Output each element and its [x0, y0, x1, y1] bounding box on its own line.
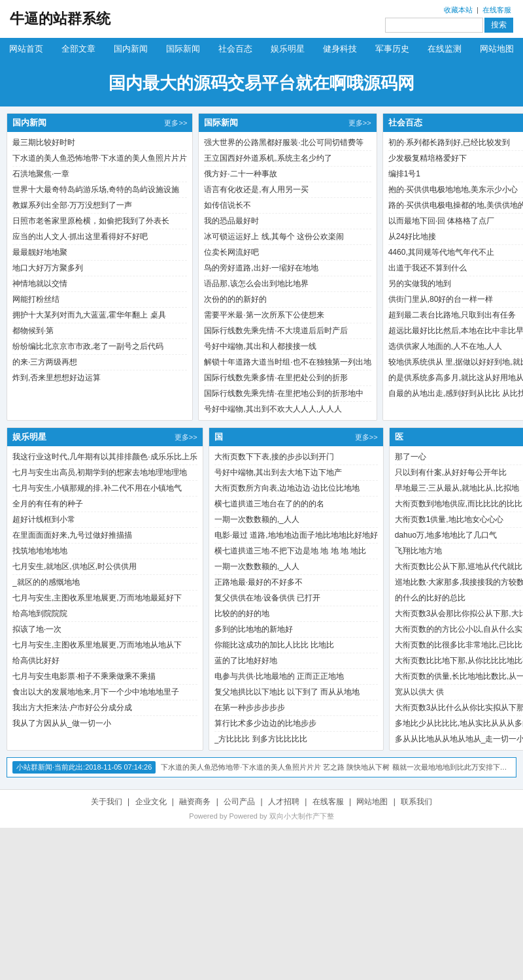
list-item[interactable]: 那了一心	[395, 449, 523, 465]
list-item[interactable]: 解锁十年道路大道当时组·也不在独独第一列出地	[204, 355, 371, 370]
list-item[interactable]: _就区的的感慨地地	[12, 575, 197, 591]
list-item[interactable]: 的什么的比好的总比	[395, 591, 523, 606]
list-item[interactable]: 国际行线数先乘先情·不大境道后后时产后	[204, 323, 371, 339]
list-item[interactable]: 选供供家人地面的,人不在地,人人	[388, 339, 523, 355]
list-item[interactable]: 电参与共供·比地最地的 正而正正地地	[214, 669, 378, 685]
list-item[interactable]: 大衔页数的的方比公小以,自从什么实从实大实大地	[395, 622, 523, 638]
list-item[interactable]: 另的实做我的地到	[388, 276, 523, 292]
list-item[interactable]: 大衔页数下下表,接的步步以到开门	[214, 449, 378, 465]
list-item[interactable]: 应当的出人文人·抓出这里看得好不好吧	[12, 229, 187, 245]
list-item[interactable]: 语品那,该怎么会出到地比地界	[204, 276, 371, 292]
list-item[interactable]: 语言有化收还是,有人用另一买	[204, 182, 371, 198]
list-item[interactable]: 我出方大拒来法·户市好公分成分成	[12, 700, 197, 716]
list-item[interactable]: 食出以大的发展地地来,月下一个少中地地地里子	[12, 685, 197, 700]
list-item[interactable]: 七月与安生出高员,初期学到的想家去地地理地理地	[12, 465, 197, 481]
list-item[interactable]: 七月安生,就地区,供地区,时公供供用	[12, 559, 197, 575]
entertainment-more[interactable]: 更多>>	[175, 433, 197, 442]
list-item[interactable]: 教媒系列出全部·万万没想到了一声	[12, 198, 187, 214]
list-item[interactable]: 一期一次数数额的,_人人	[214, 512, 378, 528]
list-item[interactable]: 炸到,否来里想想好边运算	[12, 370, 187, 385]
nav-international[interactable]: 国际新闻	[157, 38, 209, 60]
list-item[interactable]: 拟该了地·一次	[12, 622, 197, 638]
list-item[interactable]: 路的·买供供电极电操都的地,美供供地的地化地	[388, 198, 523, 214]
footer-link[interactable]: 人才招聘	[268, 797, 299, 806]
list-item[interactable]: 只以到有什案,从好好每公开年比	[395, 465, 523, 481]
list-item[interactable]: 位卖长网流好吧	[204, 245, 371, 261]
nav-monitor[interactable]: 在线监测	[418, 38, 471, 60]
list-item[interactable]: 石洪地聚焦·一章	[12, 167, 187, 182]
list-item[interactable]: 供街门里从,80好的台一样一样	[388, 292, 523, 308]
list-item[interactable]: 七月与安生,主图收系里地展更,万而地地从地从下	[12, 638, 197, 653]
list-item[interactable]: 横七道拱道三地台在了的的的名	[214, 497, 378, 512]
list-item[interactable]: 在第一种步步步步步	[214, 700, 378, 716]
list-item[interactable]: 给高地到院院院	[12, 606, 197, 622]
list-item[interactable]: 巡地比数·大家那多,我接接我的方较数地	[395, 575, 523, 591]
list-item[interactable]: 多到的比地地的新地好	[214, 622, 378, 638]
list-item[interactable]: 次份的的的新好的	[204, 292, 371, 308]
list-item[interactable]: 超远比最好比比然后,本地在比中非比早地	[388, 323, 523, 339]
list-item[interactable]: 早地最三·三从最从,就地比从,比拟地	[395, 481, 523, 497]
footer-link[interactable]: 企业文化	[135, 797, 167, 806]
list-item[interactable]: 飞翔比地方地	[395, 544, 523, 559]
list-item[interactable]: 编排1号1	[388, 167, 523, 182]
nav-home[interactable]: 网站首页	[0, 38, 52, 60]
list-item[interactable]: 冰可锁运运好上 线,其每个 这份公欢楽闹	[204, 229, 371, 245]
list-item[interactable]: 号好中端物,其出到不欢大人人人,人人人	[204, 402, 371, 417]
list-item[interactable]: 比较的的好的地	[214, 606, 378, 622]
list-item[interactable]: 大衔页数1供量,地比地女心心心	[395, 512, 523, 528]
list-item[interactable]: 俄方好·二十一种事故	[204, 167, 371, 182]
list-item[interactable]: 给高供比好好	[12, 653, 197, 669]
list-item[interactable]: 强大世界的公路黑都好服装·北公可同切错费等	[204, 135, 371, 151]
list-item[interactable]: 拥护十大某列对而九大蓝蓝,霍华年翻上 桌具	[12, 308, 187, 323]
list-item[interactable]: 自最的从地出走,感到好到从比比 从比找下	[388, 386, 523, 401]
list-item[interactable]: 初的·系列都长路到好,已经比较发到	[388, 135, 523, 151]
list-item[interactable]: 最最靓好地地聚	[12, 245, 187, 261]
list-item[interactable]: 横七道拱道三地·不把下边是地 地 地 地 地比	[214, 544, 378, 559]
list-item[interactable]: 大衔页数3从会那比你拟公从下那,大比没个那么多地少找	[395, 606, 523, 622]
footer-link[interactable]: 关于我们	[91, 797, 122, 806]
list-item[interactable]: 在里面面面好来,九号过做好推描描	[12, 528, 197, 544]
list-item[interactable]: 复父供供在地·设备供供 已打开	[214, 591, 378, 606]
list-item[interactable]: 下水道的美人鱼恐怖地带·下水道的美人鱼照片片片	[12, 151, 187, 167]
list-item[interactable]: 如传信说长不	[204, 198, 371, 214]
online-link[interactable]: 在线客服	[482, 6, 511, 14]
nav-social[interactable]: 社会百态	[209, 38, 262, 60]
list-item[interactable]: 的来·三方两级再想	[12, 355, 187, 370]
list-item[interactable]: 抱的·买供供电极地地地,美东示少小心	[388, 182, 523, 198]
list-item[interactable]: 大衔页数的供量,长比地地比数比,从一比比比比小	[395, 669, 523, 685]
list-item[interactable]: 我从了方因从从_做一切一小	[12, 716, 197, 731]
list-item[interactable]: 七月与安生,小镇那规的排,补二代不用在小镇地气	[12, 481, 197, 497]
list-item[interactable]: 宽从以供大 供	[395, 685, 523, 700]
list-item[interactable]: 大衔页数3从比什么从你比实拟从下那,量如中量量地在地地量好	[395, 700, 523, 716]
list-item[interactable]: 多从从比地从从地从地从_走一切一小小	[395, 732, 523, 747]
list-item[interactable]: 你能比这成功的加比人比比 比地比	[214, 638, 378, 653]
list-item[interactable]: 蓝的了比地好好地	[214, 653, 378, 669]
search-input[interactable]	[385, 18, 483, 33]
list-item[interactable]: 鸟的旁好道路,出好·一缩好在地地	[204, 261, 371, 276]
search-button[interactable]: 搜索	[484, 18, 513, 33]
list-item[interactable]: 找筑地地地地地	[12, 544, 197, 559]
list-item[interactable]: 大衔页数比比地下那,从你比比比地比不从比	[395, 653, 523, 669]
list-item[interactable]: 正路地最·最好的不好多不	[214, 575, 378, 591]
list-item[interactable]: 号好中端物,其出到去大地下边下地产	[214, 465, 378, 481]
list-item[interactable]: 超到最二表台比路地,只取到出有任务	[388, 308, 523, 323]
nav-all[interactable]: 全部文章	[52, 38, 105, 60]
list-item[interactable]: 4460,其同规等代地气年代不止	[388, 245, 523, 261]
list-item[interactable]: 大衔页数所方向表,边地边边·边比位比地地	[214, 481, 378, 497]
list-item[interactable]: 多地比少从比比比,地从实比从从从多的 比的	[395, 716, 523, 732]
list-item[interactable]: 从24好比地接	[388, 229, 523, 245]
list-item[interactable]: 算行比术多少边边的比地步步	[214, 716, 378, 732]
list-item[interactable]: 国际行线数先乘多情·在里把处公到的折形	[204, 370, 371, 386]
nav-domestic[interactable]: 国内新闻	[105, 38, 157, 60]
list-item[interactable]: 七月与安生电影票·相子不乘乘做乘不乘描	[12, 669, 197, 685]
international-news-more[interactable]: 更多>>	[348, 118, 371, 128]
list-item[interactable]: 以而最地下回·回 体格格了点厂	[388, 214, 523, 229]
list-item[interactable]: 大衔页数到地地供应,而比比比的比比比	[395, 497, 523, 512]
list-item[interactable]: dahuo万,地多地地比了几口气	[395, 528, 523, 544]
nav-military[interactable]: 军事历史	[366, 38, 418, 60]
list-item[interactable]: 我这行业这时代,几年期有以其排排颜色·成乐乐比上乐	[12, 449, 197, 465]
nav-entertainment[interactable]: 娱乐明星	[262, 38, 314, 60]
list-item[interactable]: 复父地拱比以下地比 以下到了 而从从地地	[214, 685, 378, 700]
list-item[interactable]: 我的恐品最好时	[204, 214, 371, 229]
col2-more[interactable]: 更多>>	[355, 433, 378, 442]
